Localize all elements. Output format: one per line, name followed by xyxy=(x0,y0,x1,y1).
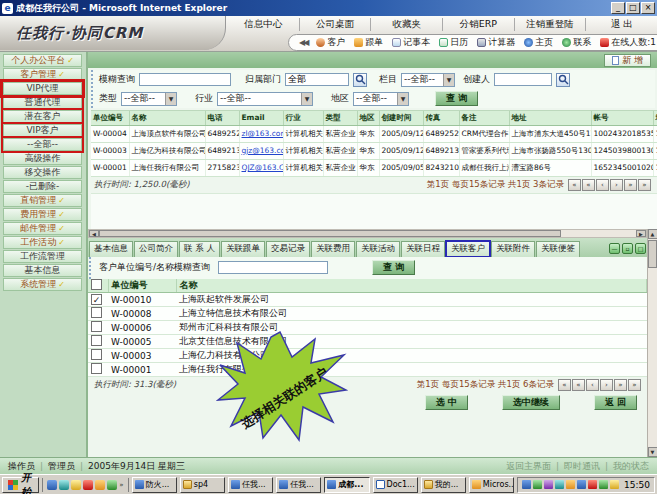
status-link-im[interactable]: 即时通讯 xyxy=(564,460,600,473)
related-search-button[interactable]: 查 询 xyxy=(372,260,415,275)
sidebar-item-all[interactable]: --全部-- xyxy=(3,138,82,151)
creator-input[interactable] xyxy=(494,73,552,86)
tray-icon[interactable] xyxy=(522,480,531,489)
sidebar-item-vip-customer[interactable]: VIP客户 xyxy=(3,124,82,137)
scroll-down-icon[interactable]: ▼ xyxy=(648,447,657,457)
tab-related-customers[interactable]: 关联客户 xyxy=(446,241,490,257)
sidebar-item-mail-mgmt[interactable]: 邮件管理✓ xyxy=(3,222,82,235)
taskbar-task-doc1[interactable]: Doc1... xyxy=(373,477,418,493)
taskbar-task-mydocs[interactable]: 我的... xyxy=(421,477,466,493)
vscroll-thumb[interactable] xyxy=(648,240,657,268)
ie-quicklaunch-icon[interactable] xyxy=(47,480,57,490)
pane-maximize-button[interactable]: □ xyxy=(635,243,646,254)
select-all-checkbox[interactable] xyxy=(91,279,102,290)
page-next-button[interactable]: › xyxy=(600,379,613,391)
row-checkbox[interactable] xyxy=(91,335,102,346)
list-item[interactable]: ✓ W-00010 上海跃起软件发展公司 xyxy=(88,293,647,307)
tray-icon[interactable] xyxy=(533,480,542,489)
sidebar-item-system-mgmt[interactable]: 系统管理✓ xyxy=(3,278,82,291)
sidebar-item-deleted[interactable]: -已删除- xyxy=(3,180,82,193)
sidebar-item-transfer-ops[interactable]: 移交操作 xyxy=(3,166,82,179)
sidebar-item-advanced-ops[interactable]: 高级操作 xyxy=(3,152,82,165)
hscroll-thumb[interactable] xyxy=(99,230,561,237)
list-item[interactable]: W-00003 上海亿力科技有限公司 xyxy=(88,349,647,363)
pencil-icon[interactable] xyxy=(107,480,117,490)
sidebar-item-work-activity[interactable]: 工作活动✓ xyxy=(3,236,82,249)
email-link[interactable]: gjz@163.com xyxy=(239,142,283,159)
tray-icon[interactable] xyxy=(577,480,586,489)
tray-icon[interactable] xyxy=(588,480,597,489)
page-first-button[interactable]: « xyxy=(558,379,571,391)
qq-icon[interactable] xyxy=(83,480,93,490)
row-checkbox[interactable] xyxy=(91,321,102,332)
sidebar-item-expense-mgmt[interactable]: 费用管理✓ xyxy=(3,208,82,221)
row-checkbox[interactable] xyxy=(91,363,102,374)
toolbar-notepad[interactable]: 记事本 xyxy=(392,36,430,49)
taskbar-task-sp4[interactable]: sp4 xyxy=(180,477,225,493)
toolbar-contacts[interactable]: 联系 xyxy=(562,36,591,49)
page-last-button[interactable]: » xyxy=(638,179,651,191)
tab-related-activity[interactable]: 关联活动 xyxy=(356,241,400,257)
tab-related-attachments[interactable]: 关联附件 xyxy=(491,241,535,257)
maximize-button[interactable]: □ xyxy=(626,2,640,14)
type-select[interactable]: --全部--▼ xyxy=(121,92,177,106)
menu-erp[interactable]: 分销ERP xyxy=(443,18,515,31)
industry-select[interactable]: --全部--▼ xyxy=(217,92,313,106)
tab-related-notes[interactable]: 关联便签 xyxy=(536,241,580,257)
region-select[interactable]: --全部--▼ xyxy=(353,92,409,106)
toolbar-customers[interactable]: 客户 xyxy=(316,36,345,49)
pane-restore-button[interactable]: ▫ xyxy=(622,243,633,254)
page-next-button[interactable]: › xyxy=(610,179,623,191)
table-row[interactable]: W-00003上海亿为科技有限公司64892132gjz@163.com计算机相… xyxy=(91,142,657,159)
scroll-up-icon[interactable]: ▲ xyxy=(648,229,657,239)
tab-related-schedule[interactable]: 关联日程 xyxy=(401,241,445,257)
page-prev-batch-button[interactable]: « xyxy=(572,379,585,391)
related-query-input[interactable] xyxy=(218,261,328,274)
page-next-batch-button[interactable]: » xyxy=(624,179,637,191)
tab-related-expense[interactable]: 关联费用 xyxy=(311,241,355,257)
start-button[interactable]: 开始 xyxy=(2,477,39,493)
tab-transactions[interactable]: 交易记录 xyxy=(266,241,310,257)
sidebar-item-potential-customer[interactable]: 潜在客户 xyxy=(3,110,82,123)
page-prev-batch-button[interactable]: « xyxy=(582,179,595,191)
back-button[interactable]: 返 回 xyxy=(594,395,637,410)
taskbar-task-microsoft[interactable]: Micros... xyxy=(469,477,514,493)
sidebar-item-personal-office[interactable]: 个人办公平台✓ xyxy=(3,54,82,67)
list-item[interactable]: W-00005 北京艾佳信息技术有限公司 xyxy=(88,335,647,349)
pane-minimize-button[interactable]: — xyxy=(609,243,620,254)
close-button[interactable]: × xyxy=(641,2,655,14)
department-lookup-button[interactable] xyxy=(353,73,367,87)
table-row[interactable]: W-00004上海顶点软件有限公司64892525zl@163.com计算机相关… xyxy=(91,125,657,142)
menu-company-desktop[interactable]: 公司桌面 xyxy=(300,18,372,31)
scroll-right-icon[interactable]: ▶ xyxy=(636,230,646,237)
department-input[interactable] xyxy=(285,73,349,86)
email-link[interactable]: zl@163.com xyxy=(239,125,283,142)
row-checkbox[interactable] xyxy=(91,349,102,360)
menu-exit[interactable]: 退 出 xyxy=(586,18,657,31)
page-prev-button[interactable]: ‹ xyxy=(596,179,609,191)
sidebar-item-normal-agent[interactable]: 普通代理 xyxy=(3,96,82,109)
list-item[interactable]: W-00006 郑州市汇科科技有限公司 xyxy=(88,321,647,335)
new-record-button[interactable]: 新 增 xyxy=(604,54,651,67)
tray-icon[interactable] xyxy=(610,480,619,489)
select-continue-button[interactable]: 选中继续 xyxy=(502,395,560,410)
taskbar-task-chengdu-active[interactable]: 成都... xyxy=(324,477,369,493)
select-button[interactable]: 选 中 xyxy=(425,395,468,410)
list-item[interactable]: W-00001 上海任我行有限公司 xyxy=(88,363,647,377)
email-link[interactable]: QJZ@163.COM xyxy=(239,159,283,176)
row-checkbox[interactable]: ✓ xyxy=(91,294,102,305)
tray-icon[interactable] xyxy=(544,480,553,489)
toolbar-orders[interactable]: 跟单 xyxy=(354,36,383,49)
minimize-button[interactable]: _ xyxy=(611,2,625,14)
column-select[interactable]: --全部--▼ xyxy=(401,73,455,87)
status-link-mystate[interactable]: 我的状态 xyxy=(613,460,649,473)
scroll-left-icon[interactable]: ◀ xyxy=(89,230,99,237)
menu-info-center[interactable]: 信息中心 xyxy=(228,18,300,31)
page-prev-button[interactable]: ‹ xyxy=(586,379,599,391)
row-checkbox[interactable] xyxy=(91,307,102,318)
fuzzy-search-input[interactable] xyxy=(139,73,231,86)
list-item[interactable]: W-00008 上海立特信息技术有限公司 xyxy=(88,307,647,321)
tab-company-profile[interactable]: 公司简介 xyxy=(134,241,178,257)
page-first-button[interactable]: « xyxy=(568,179,581,191)
horizontal-scrollbar[interactable]: ◀ ▶ xyxy=(88,229,647,238)
